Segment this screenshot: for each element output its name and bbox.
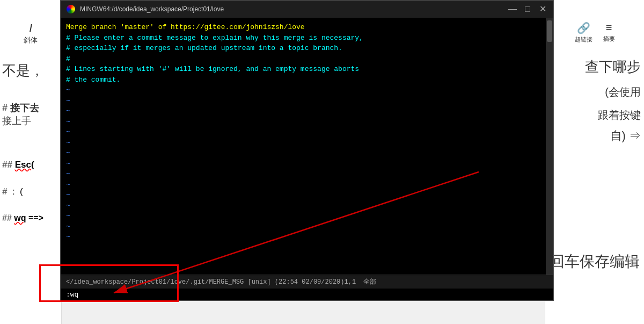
maximize-button[interactable]: □ bbox=[522, 5, 533, 13]
terminal-line-4: # bbox=[66, 54, 540, 64]
terminal-titlebar: MINGW64:/d/code/idea_workspace/Project01… bbox=[61, 1, 553, 18]
terminal-content: Merge branch 'master' of https://gitee.c… bbox=[61, 18, 546, 275]
terminal-tilde-11: ~ bbox=[66, 190, 540, 200]
right-text-1: 查下哪步 bbox=[545, 57, 644, 76]
left-panel: I 斜体 不是， # 接下去 接上手 ## Esc( # : ( ## wq =… bbox=[0, 0, 62, 324]
close-button[interactable]: ✕ bbox=[537, 5, 548, 13]
terminal-tilde-12: ~ bbox=[66, 200, 540, 211]
section-label-1: # 接下去 bbox=[0, 102, 61, 114]
terminal-line-1: Merge branch 'master' of https://gitee.c… bbox=[66, 22, 540, 33]
terminal-tilde-15: ~ bbox=[66, 232, 540, 242]
hyperlink-label: 超链接 bbox=[575, 35, 592, 44]
chinese-text-1: 不是， bbox=[0, 61, 61, 80]
terminal-line-2: # Please enter a commit message to expla… bbox=[66, 33, 540, 44]
summary-icon-item: ≡ 摘要 bbox=[603, 21, 615, 44]
window-controls[interactable]: — □ ✕ bbox=[507, 5, 548, 13]
terminal-title: MINGW64:/d/code/idea_workspace/Project01… bbox=[80, 5, 507, 13]
section-label-2: 接上手 bbox=[0, 114, 61, 127]
terminal-tilde-2: ~ bbox=[66, 96, 540, 106]
italic-icon: I bbox=[29, 21, 32, 35]
terminal-window[interactable]: MINGW64:/d/code/idea_workspace/Project01… bbox=[60, 0, 554, 301]
italic-label: 斜体 bbox=[24, 35, 38, 45]
right-panel: 🔗 超链接 ≡ 摘要 查下哪步 (会使用 跟着按键 自) ⇒ 回车保存编辑 bbox=[545, 0, 644, 324]
app-icon bbox=[66, 4, 76, 14]
terminal-tilde-13: ~ bbox=[66, 211, 540, 221]
terminal-tilde-14: ~ bbox=[66, 221, 540, 232]
right-bottom-text: 回车保存编辑 bbox=[550, 251, 640, 272]
terminal-line-6: # the commit. bbox=[66, 75, 540, 85]
status-path: </idea_workspace/Project01/love/.git/MER… bbox=[66, 277, 377, 286]
scrollbar-thumb[interactable] bbox=[547, 20, 552, 42]
esc-label: ## Esc( bbox=[0, 160, 61, 170]
right-icon-row: 🔗 超链接 ≡ 摘要 bbox=[575, 21, 615, 44]
terminal-tilde-3: ~ bbox=[66, 106, 540, 117]
minimize-button[interactable]: — bbox=[507, 5, 518, 13]
terminal-tilde-1: ~ bbox=[66, 85, 540, 96]
summary-label: 摘要 bbox=[603, 35, 615, 43]
wq-label: ## wq ==> bbox=[0, 213, 61, 223]
hyperlink-icon: 🔗 bbox=[577, 21, 590, 34]
vim-cmd-text: :wq bbox=[66, 291, 78, 299]
right-text-4: 自) ⇒ bbox=[545, 128, 644, 144]
terminal-body: Merge branch 'master' of https://gitee.c… bbox=[61, 18, 553, 275]
hyperlink-icon-item: 🔗 超链接 bbox=[575, 21, 592, 44]
terminal-tilde-10: ~ bbox=[66, 179, 540, 190]
terminal-tilde-7: ~ bbox=[66, 148, 540, 159]
terminal-tilde-9: ~ bbox=[66, 169, 540, 179]
terminal-tilde-8: ~ bbox=[66, 159, 540, 169]
right-text-3: 跟着按键 bbox=[545, 108, 644, 123]
colon-label: # : ( bbox=[0, 186, 61, 197]
terminal-line-5: # Lines starting with '#' will be ignore… bbox=[66, 64, 540, 75]
vim-cmdline: :wq bbox=[61, 289, 553, 300]
terminal-line-3: # especially if it merges an updated ups… bbox=[66, 43, 540, 54]
terminal-scrollbar[interactable] bbox=[546, 18, 553, 275]
terminal-tilde-6: ~ bbox=[66, 138, 540, 148]
terminal-tilde-4: ~ bbox=[66, 117, 540, 127]
right-text-2: (会使用 bbox=[545, 85, 644, 99]
terminal-tilde-5: ~ bbox=[66, 127, 540, 138]
summary-icon: ≡ bbox=[606, 21, 612, 34]
terminal-statusbar: </idea_workspace/Project01/love/.git/MER… bbox=[61, 275, 553, 289]
